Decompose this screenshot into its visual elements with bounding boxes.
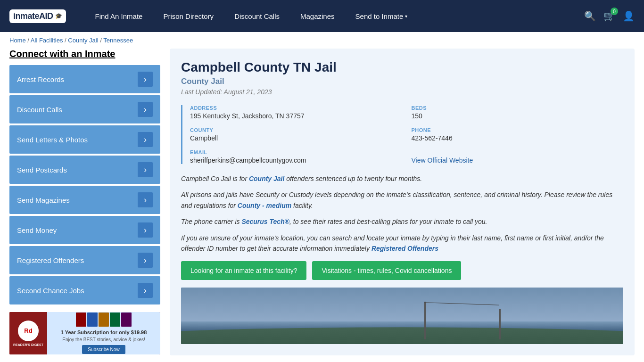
- breadcrumb-home[interactable]: Home: [9, 37, 26, 44]
- phone-label: PHONE: [412, 127, 624, 133]
- ad-subtitle: Enjoy the BEST stories, advice & jokes!: [62, 337, 145, 342]
- cart-icon[interactable]: 🛒 0: [603, 10, 615, 22]
- sidebar-title: Connect with an Inmate: [9, 49, 160, 59]
- sidebar-item-registered-offenders[interactable]: Registered Offenders ›: [9, 246, 160, 274]
- email-label: EMAIL: [190, 149, 402, 155]
- ad-title: 1 Year Subscription for only $19.98: [61, 329, 147, 335]
- county-value: Campbell: [190, 134, 402, 142]
- cart-badge: 0: [611, 8, 618, 15]
- arrow-icon: ›: [138, 192, 153, 207]
- content-area: Campbell County TN Jail County Jail Last…: [170, 49, 635, 355]
- arrow-icon: ›: [138, 72, 153, 87]
- arrow-icon: ›: [138, 132, 153, 147]
- website-block: X View Official Website: [412, 149, 624, 164]
- facility-info-grid: ADDRESS 195 Kentucky St, Jacksboro, TN 3…: [181, 105, 623, 164]
- facility-type: County Jail: [181, 77, 623, 86]
- county-medium-link[interactable]: County - medium: [238, 202, 291, 209]
- rd-logo: Rd: [18, 321, 39, 341]
- view-official-website-link[interactable]: View Official Website: [412, 156, 473, 164]
- registered-offenders-link[interactable]: Registered Offenders: [372, 245, 438, 252]
- nav-magazines[interactable]: Magazines: [290, 0, 345, 32]
- photo-pole-2: [499, 309, 501, 339]
- main-container: Connect with an Inmate Arrest Records › …: [0, 49, 644, 362]
- chevron-down-icon: ▾: [405, 14, 407, 19]
- beds-label: BEDS: [412, 105, 624, 111]
- logo-text: inmateAID: [13, 11, 53, 21]
- arrow-icon: ›: [138, 102, 153, 117]
- nav-prison-directory[interactable]: Prison Directory: [153, 0, 224, 32]
- nav-icons: 🔍 🛒 0 👤: [584, 10, 635, 22]
- logo-hat-icon: 🎓: [55, 13, 62, 19]
- sidebar-item-discount-calls[interactable]: Discount Calls ›: [9, 95, 160, 123]
- ad-logo: Rd READER'S DIGEST: [9, 312, 47, 354]
- nav-find-inmate[interactable]: Find An Inmate: [85, 0, 153, 32]
- nav-discount-calls[interactable]: Discount Calls: [224, 0, 290, 32]
- county-label: COUNTY: [190, 127, 402, 133]
- email-value: sheriffperkins@campbellcountygov.com: [190, 156, 402, 164]
- sidebar-item-send-letters[interactable]: Send Letters & Photos ›: [9, 125, 160, 154]
- breadcrumb-all-facilities[interactable]: All Facilities: [31, 37, 63, 44]
- description-section: Campbell Co Jail is for County Jail offe…: [181, 173, 623, 254]
- visitation-button[interactable]: Visitations - times, rules, Covid cancel…: [312, 261, 461, 280]
- arrow-icon: ›: [138, 222, 153, 238]
- address-value: 195 Kentucky St, Jacksboro, TN 37757: [190, 112, 402, 120]
- address-label: ADDRESS: [190, 105, 402, 111]
- breadcrumb-state[interactable]: Tennessee: [103, 37, 133, 44]
- logo[interactable]: inmateAID 🎓: [9, 9, 66, 23]
- phone-value: 423-562-7446: [412, 134, 624, 142]
- beds-value: 150: [412, 112, 624, 120]
- arrow-icon: ›: [138, 253, 153, 268]
- ad-books: [76, 313, 132, 327]
- sidebar-item-send-postcards[interactable]: Send Postcards ›: [9, 156, 160, 184]
- book-1: [76, 313, 86, 327]
- sidebar: Connect with an Inmate Arrest Records › …: [9, 49, 160, 355]
- user-icon[interactable]: 👤: [623, 10, 635, 22]
- desc-para-2: All prisons and jails have Security or C…: [181, 189, 623, 211]
- find-inmate-button[interactable]: Looking for an inmate at this facility?: [181, 261, 306, 280]
- address-block: ADDRESS 195 Kentucky St, Jacksboro, TN 3…: [190, 105, 402, 120]
- book-2: [87, 313, 98, 327]
- beds-block: BEDS 150: [412, 105, 624, 120]
- arrow-icon: ›: [138, 162, 153, 177]
- ad-content: 1 Year Subscription for only $19.98 Enjo…: [47, 312, 160, 354]
- desc-para-1: Campbell Co Jail is for County Jail offe…: [181, 173, 623, 184]
- facility-last-updated: Last Updated: August 21, 2023: [181, 88, 623, 96]
- facility-title: Campbell County TN Jail: [181, 60, 623, 75]
- breadcrumb: Home / All Facilities / County Jail / Te…: [0, 32, 644, 49]
- securus-link[interactable]: Securus Tech®: [241, 218, 289, 225]
- facility-photo: [181, 288, 623, 344]
- ad-subscribe-button[interactable]: Subscribe Now: [82, 345, 125, 354]
- breadcrumb-county-jail[interactable]: County Jail: [68, 37, 98, 44]
- arrow-icon: ›: [138, 283, 153, 298]
- county-jail-link[interactable]: County Jail: [249, 175, 284, 182]
- email-block: EMAIL sheriffperkins@campbellcountygov.c…: [190, 149, 402, 164]
- photo-sky: [181, 288, 623, 321]
- nav-send-to-inmate[interactable]: Send to Inmate ▾: [345, 0, 418, 32]
- nav-links: Find An Inmate Prison Directory Discount…: [85, 0, 584, 32]
- book-4: [110, 313, 120, 327]
- photo-pole-1: [424, 302, 426, 339]
- sidebar-item-send-magazines[interactable]: Send Magazines ›: [9, 186, 160, 214]
- search-icon[interactable]: 🔍: [584, 10, 596, 22]
- advertisement: Rd READER'S DIGEST 1 Year Subscription f…: [9, 312, 160, 354]
- desc-para-4: If you are unsure of your inmate's locat…: [181, 233, 623, 254]
- action-buttons: Looking for an inmate at this facility? …: [181, 261, 623, 280]
- sidebar-item-arrest-records[interactable]: Arrest Records ›: [9, 65, 160, 93]
- desc-para-3: The phone carrier is Securus Tech®, to s…: [181, 216, 623, 227]
- sidebar-item-send-money[interactable]: Send Money ›: [9, 216, 160, 244]
- book-5: [121, 313, 132, 327]
- navigation: inmateAID 🎓 Find An Inmate Prison Direct…: [0, 0, 644, 32]
- phone-block: PHONE 423-562-7446: [412, 127, 624, 142]
- county-block: COUNTY Campbell: [190, 127, 402, 142]
- sidebar-item-second-chance-jobs[interactable]: Second Chance Jobs ›: [9, 276, 160, 304]
- book-3: [99, 313, 109, 327]
